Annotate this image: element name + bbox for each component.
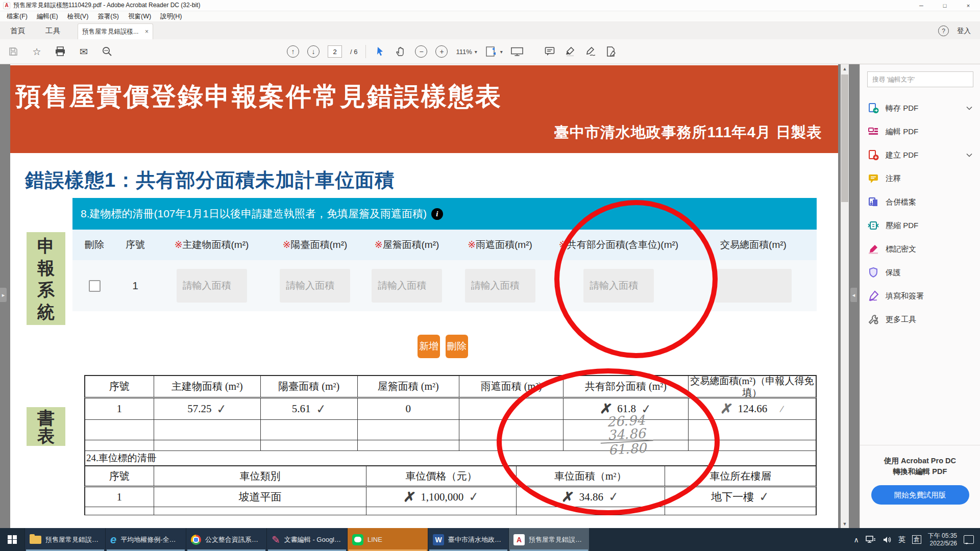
tool-comment[interactable]: 注釋 bbox=[860, 167, 980, 190]
start-button[interactable] bbox=[0, 528, 24, 551]
sign-in-link[interactable]: 登入 bbox=[957, 27, 971, 36]
cross-mark: ✗ bbox=[720, 400, 734, 418]
fill-sign-icon bbox=[868, 290, 879, 302]
collapse-tools-pane-arrow[interactable]: ◂ bbox=[850, 288, 857, 302]
tool-fill-sign[interactable]: 填寫和簽署 bbox=[860, 284, 980, 308]
col-balcony-area: ※陽臺面積(m²) bbox=[269, 238, 361, 252]
maximize-button[interactable]: □ bbox=[933, 0, 957, 11]
menu-view[interactable]: 檢視(V) bbox=[63, 12, 93, 21]
close-button[interactable]: × bbox=[957, 0, 980, 11]
comment-icon bbox=[868, 173, 879, 184]
taskbar-item-ie[interactable]: e 平均地權條例-全國... bbox=[105, 528, 186, 551]
taskbar-item-folder[interactable]: 預售屋常見錯誤態樣 bbox=[24, 528, 105, 551]
taskbar-item-acrobat[interactable]: A 預售屋常見錯誤樣... bbox=[508, 528, 589, 551]
page-display-dropdown[interactable]: ▾ bbox=[485, 46, 503, 57]
fill-sign-icon[interactable] bbox=[605, 45, 617, 58]
tool-redact[interactable]: 標記密文 bbox=[860, 237, 980, 261]
taskbar-item-word[interactable]: W 臺中市清水地政事... bbox=[428, 528, 508, 551]
taskbar-item-docs-editor[interactable]: ✎ 文書編輯 - Google... bbox=[266, 528, 347, 551]
window-title: 預售屋常見錯誤樣態1110429.pdf - Adobe Acrobat Rea… bbox=[13, 1, 200, 10]
taskbar-item-chrome[interactable]: 公文整合資訊系統 ... bbox=[186, 528, 266, 551]
zoom-level-dropdown[interactable]: 111% ▾ bbox=[456, 48, 477, 56]
line-icon bbox=[352, 534, 363, 545]
highlight-icon[interactable] bbox=[564, 45, 576, 58]
tool-more-tools[interactable]: 更多工具 bbox=[860, 308, 980, 331]
add-row-button[interactable]: 新增 bbox=[418, 335, 440, 358]
slash-mark: / bbox=[779, 403, 785, 415]
system-tray: ∧ 英 倉 下午 05:35 2022/5/26 bbox=[853, 528, 980, 551]
delete-row-button[interactable]: 刪除 bbox=[446, 335, 468, 358]
folder-icon bbox=[30, 536, 41, 544]
ime-indicator[interactable]: 倉 bbox=[912, 535, 921, 544]
windows-logo-icon bbox=[8, 535, 17, 544]
tool-protect[interactable]: 保護 bbox=[860, 261, 980, 284]
compress-pdf-icon bbox=[868, 220, 879, 231]
eaves-area-input[interactable] bbox=[372, 269, 442, 303]
col-seq: 序號 bbox=[116, 238, 154, 252]
shield-icon bbox=[868, 267, 879, 278]
free-trial-button[interactable]: 開始免費試用版 bbox=[871, 485, 969, 505]
print-icon[interactable] bbox=[54, 45, 66, 58]
canopy-area-input[interactable] bbox=[465, 269, 535, 303]
taskbar-clock[interactable]: 下午 05:35 2022/5/26 bbox=[928, 532, 957, 547]
redact-icon bbox=[868, 243, 879, 255]
tools-search-input[interactable] bbox=[867, 71, 973, 87]
sign-pen-icon[interactable] bbox=[584, 45, 597, 58]
scroll-up-arrow[interactable]: ▲ bbox=[841, 64, 849, 73]
presentation-mode-icon[interactable] bbox=[511, 45, 523, 58]
tray-expand-icon[interactable]: ∧ bbox=[853, 536, 859, 544]
zoom-in-icon[interactable]: + bbox=[435, 45, 448, 58]
page-number-input[interactable] bbox=[328, 45, 342, 58]
help-icon[interactable]: ? bbox=[938, 26, 949, 36]
tool-compress-pdf[interactable]: 壓縮 PDF bbox=[860, 214, 980, 237]
comment-icon[interactable] bbox=[544, 45, 556, 58]
word-icon: W bbox=[433, 534, 444, 545]
menu-edit[interactable]: 編輯(E) bbox=[32, 12, 63, 21]
tab-close-icon[interactable]: × bbox=[145, 28, 149, 35]
create-pdf-icon bbox=[868, 149, 879, 161]
network-icon[interactable] bbox=[866, 536, 876, 544]
tab-tools[interactable]: 工具 bbox=[35, 22, 70, 39]
action-center-icon[interactable] bbox=[964, 535, 974, 544]
scroll-down-arrow[interactable]: ▼ bbox=[841, 519, 849, 528]
save-icon[interactable] bbox=[7, 45, 19, 58]
next-page-button[interactable]: ↓ bbox=[307, 45, 320, 58]
cell-eaves: 0 bbox=[358, 398, 459, 419]
search-icon[interactable] bbox=[101, 45, 113, 58]
taskbar-item-line[interactable]: LINE bbox=[347, 528, 428, 551]
vertical-scrollbar[interactable]: ▲ ▼ bbox=[841, 64, 849, 528]
main-toolbar: ☆ ✉ ↑ ↓ / 6 − + 111% ▾ ▾ bbox=[0, 39, 980, 64]
tab-document[interactable]: 預售屋常見錯誤樣... × bbox=[78, 23, 153, 39]
minimize-button[interactable]: ─ bbox=[910, 0, 933, 11]
select-tool-icon[interactable] bbox=[374, 45, 386, 58]
scrollbar-thumb[interactable] bbox=[841, 74, 848, 202]
menu-help[interactable]: 說明(H) bbox=[156, 12, 186, 21]
input-language-indicator[interactable]: 英 bbox=[898, 535, 905, 544]
email-icon[interactable]: ✉ bbox=[78, 45, 90, 58]
show-nav-pane-arrow[interactable]: ▸ bbox=[0, 288, 7, 302]
red-circle-annotation-webform bbox=[554, 200, 718, 358]
main-area-input[interactable] bbox=[177, 269, 247, 303]
total-area-field[interactable] bbox=[715, 269, 792, 303]
tab-home[interactable]: 首頁 bbox=[0, 22, 35, 39]
balcony-area-input[interactable] bbox=[280, 269, 350, 303]
title-bar: A 預售屋常見錯誤樣態1110429.pdf - Adobe Acrobat R… bbox=[0, 0, 980, 11]
tool-combine-files[interactable]: 合併檔案 bbox=[860, 190, 980, 214]
star-icon[interactable]: ☆ bbox=[31, 45, 43, 58]
zoom-out-icon[interactable]: − bbox=[415, 45, 427, 58]
tool-edit-pdf[interactable]: 編輯 PDF bbox=[860, 120, 980, 143]
acrobat-pro-promo: 使用 Acrobat Pro DC 轉換和編輯 PDF 開始免費試用版 bbox=[860, 445, 980, 521]
menu-sign[interactable]: 簽署(S) bbox=[93, 12, 124, 21]
tool-create-pdf[interactable]: 建立 PDF bbox=[860, 143, 980, 167]
tools-panel: 轉存 PDF 編輯 PDF 建立 PDF 注釋 合併檔案 壓縮 PDF 標記密文 bbox=[860, 64, 980, 528]
speaker-icon[interactable] bbox=[883, 536, 892, 544]
tool-export-pdf[interactable]: 轉存 PDF bbox=[860, 96, 980, 120]
delete-checkbox[interactable] bbox=[89, 280, 101, 292]
pdf-title: 預售屋實價登錄申報案件常見錯誤樣態表 bbox=[15, 80, 502, 114]
edit-pdf-icon bbox=[868, 126, 879, 137]
menu-file[interactable]: 檔案(F) bbox=[2, 12, 32, 21]
check-mark: ✓ bbox=[468, 489, 480, 505]
menu-window[interactable]: 視窗(W) bbox=[124, 12, 156, 21]
hand-tool-icon[interactable] bbox=[395, 45, 407, 58]
previous-page-button[interactable]: ↑ bbox=[287, 45, 299, 58]
